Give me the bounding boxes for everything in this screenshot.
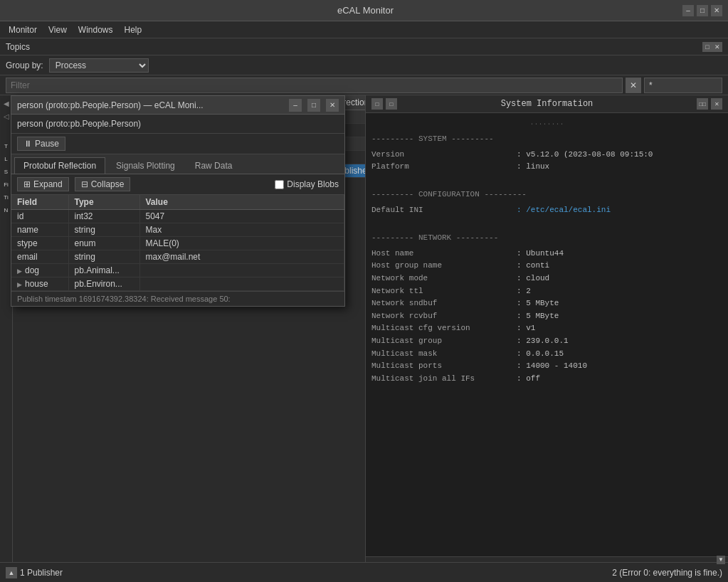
panel-scroll-btn[interactable]: ▼: [717, 556, 725, 564]
ttl-value: : 2: [517, 285, 531, 298]
sndbuf-key: Network sndbuf: [371, 297, 514, 310]
filter-clear-button[interactable]: ✕: [626, 78, 641, 93]
publish-timestamp-value: 1691674392.38324: [79, 295, 147, 303]
app-title: eCAL Monitor: [48, 5, 682, 16]
title-bar-controls: – □ ✕: [682, 5, 722, 16]
side-icon-fi[interactable]: Fi: [1, 179, 11, 189]
panel-unpin-btn[interactable]: □: [386, 98, 397, 110]
topics-close-btn[interactable]: ✕: [712, 42, 722, 52]
tab-protobuf-reflection[interactable]: Protobuf Reflection: [14, 157, 105, 174]
multicast-group-line: Multicast group : 239.0.0.1: [371, 335, 722, 348]
panel-restore-btn[interactable]: □□: [697, 98, 708, 110]
network-mode-value: : cloud: [517, 273, 549, 285]
side-icon-topics[interactable]: T: [1, 141, 11, 151]
group-by-label: Group by:: [6, 60, 43, 70]
type-id: int32: [68, 210, 139, 223]
main-area: ◀ ◁ T L S Fi Ti N Host / Process ▲ Topic…: [0, 95, 728, 562]
tab-raw-data[interactable]: Raw Data: [186, 157, 242, 174]
status-bar: ▲ 1 Publisher 2 (Error 0: everything is …: [0, 562, 728, 582]
table-row[interactable]: name string Max: [11, 223, 344, 237]
side-icon-log[interactable]: L: [1, 154, 11, 164]
publisher-count: 1 Publisher: [20, 568, 63, 578]
host-group-key: Host group name: [371, 260, 514, 273]
minimize-button[interactable]: –: [682, 5, 694, 16]
topics-restore-btn[interactable]: □: [702, 42, 712, 52]
dog-expand-icon[interactable]: ▶: [17, 268, 22, 275]
side-icon-sys[interactable]: S: [1, 166, 11, 176]
filter-type-input[interactable]: [644, 78, 722, 93]
dialog-restore-btn[interactable]: □: [307, 99, 320, 112]
received-message-label: Received message 50:: [151, 295, 231, 303]
ttl-line: Network ttl : 2: [371, 285, 722, 298]
field-house: ▶house: [11, 277, 68, 291]
side-icon-ti[interactable]: Ti: [1, 192, 11, 202]
type-name: string: [68, 223, 139, 237]
pause-icon: ⏸: [23, 139, 32, 149]
close-button[interactable]: ✕: [711, 5, 722, 16]
multicast-group-key: Multicast group: [371, 335, 514, 348]
host-group-line: Host group name : conti: [371, 260, 722, 273]
th-field[interactable]: Field: [11, 195, 68, 210]
dialog-toolbar: ⊞ Expand ⊟ Collapse Display Blobs: [11, 174, 344, 195]
value-stype: MALE(0): [139, 237, 344, 250]
menu-bar: Monitor View Windows Help: [0, 21, 728, 38]
multicast-mask-key: Multicast mask: [371, 348, 514, 361]
multicast-group-value: : 239.0.0.1: [517, 335, 569, 348]
version-key: Version: [371, 149, 514, 162]
multicast-ports-line: Multicast ports : 14000 - 14010: [371, 360, 722, 373]
default-ini-value[interactable]: : /etc/ecal/ecal.ini: [517, 204, 611, 217]
publish-timestamp-label: Publish timestam: [17, 295, 77, 303]
platform-key: Platform: [371, 161, 514, 174]
table-row[interactable]: email string max@mail.net: [11, 250, 344, 264]
dialog-minimize-btn[interactable]: –: [289, 99, 302, 112]
rcvbuf-value: : 5 MByte: [517, 310, 559, 323]
multicast-cfg-key: Multicast cfg version: [371, 322, 514, 335]
dots-separator: ........: [371, 116, 722, 130]
tab-signals-plotting[interactable]: Signals Plotting: [107, 157, 184, 174]
system-info-title: System Information: [501, 99, 594, 109]
panel-pin-btn[interactable]: □: [371, 98, 383, 110]
expand-icon: ⊞: [23, 179, 31, 189]
table-row[interactable]: id int32 5047: [11, 210, 344, 223]
panel-close-btn[interactable]: ✕: [711, 98, 722, 110]
network-mode-line: Network mode : cloud: [371, 273, 722, 285]
table-row[interactable]: stype enum MALE(0): [11, 237, 344, 250]
maximize-button[interactable]: □: [697, 5, 708, 16]
table-row[interactable]: ▶dog pb.Animal...: [11, 264, 344, 277]
side-icon-1[interactable]: ◀: [1, 98, 11, 108]
menu-help[interactable]: Help: [119, 23, 148, 36]
dialog-footer: Publish timestam 1691674392.38324: Recei…: [11, 291, 344, 306]
dialog-subtitle: person (proto:pb.People.Person): [11, 115, 344, 134]
th-type[interactable]: Type: [68, 195, 139, 210]
field-name: name: [11, 223, 68, 237]
host-name-value: : Ubuntu44: [517, 248, 564, 260]
side-icon-2[interactable]: ◁: [1, 111, 11, 121]
multicast-ports-value: : 14000 - 14010: [517, 360, 587, 373]
value-email: max@mail.net: [139, 250, 344, 264]
group-by-select[interactable]: Process Host Topic: [49, 58, 149, 73]
collapse-icon: ⊟: [81, 179, 88, 189]
house-expand-icon[interactable]: ▶: [17, 281, 22, 288]
table-row[interactable]: ▶house pb.Environ...: [11, 277, 344, 291]
collapse-button[interactable]: ⊟ Collapse: [75, 177, 131, 191]
value-name: Max: [139, 223, 344, 237]
display-blobs-checkbox[interactable]: [275, 180, 284, 189]
th-value[interactable]: Value: [139, 195, 344, 210]
expand-button[interactable]: ⊞ Expand: [17, 177, 69, 191]
side-icon-n[interactable]: N: [1, 205, 11, 215]
menu-monitor[interactable]: Monitor: [3, 23, 43, 36]
pause-button[interactable]: ⏸ Pause: [17, 137, 65, 151]
multicast-mask-line: Multicast mask : 0.0.0.15: [371, 348, 722, 361]
display-blobs-label: Display Blobs: [287, 179, 339, 189]
dialog-close-btn[interactable]: ✕: [326, 99, 339, 112]
menu-view[interactable]: View: [43, 23, 73, 36]
type-dog: pb.Animal...: [68, 264, 139, 277]
type-house: pb.Environ...: [68, 277, 139, 291]
scroll-up-btn[interactable]: ▲: [6, 567, 17, 578]
host-name-key: Host name: [371, 248, 514, 260]
filter-bar: ✕: [0, 75, 728, 95]
menu-windows[interactable]: Windows: [73, 23, 119, 36]
filter-input[interactable]: [6, 78, 623, 93]
multicast-join-value: : off: [517, 373, 540, 386]
version-line: Version : v5.12.0 (2023-08-08 09:15:0: [371, 149, 722, 162]
